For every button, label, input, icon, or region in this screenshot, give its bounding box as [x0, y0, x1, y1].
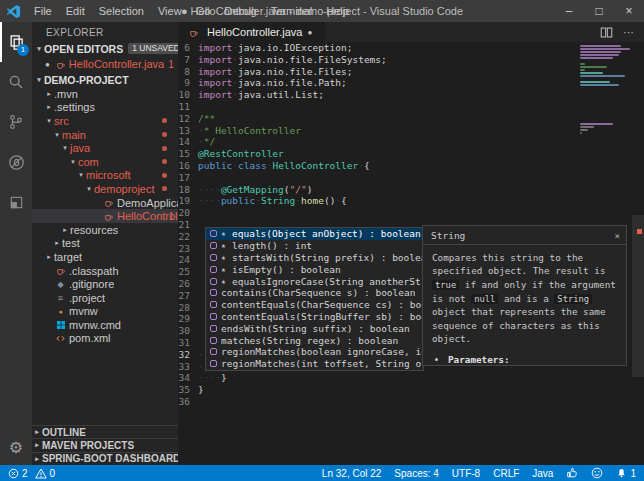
suggest-item-equals[interactable]: ★equals(Object anObject) : boolean	[206, 228, 423, 240]
open-editors-header[interactable]: ▾ OPEN EDITORS 1 UNSAVED	[32, 41, 178, 56]
split-editor-icon[interactable]	[600, 26, 613, 39]
feedback-smiley-icon[interactable]	[591, 467, 603, 479]
tree-item--mvn[interactable]: ▸.mvn	[32, 87, 178, 101]
open-editor-item[interactable]: ●HelloController.javasrc\...1	[32, 56, 178, 72]
minimap[interactable]	[580, 45, 636, 138]
vscode-logo-icon	[6, 4, 21, 19]
menu-debug[interactable]: Debug	[217, 5, 263, 17]
code-line-11[interactable]: 11	[178, 101, 644, 113]
warning-count: 0	[50, 468, 56, 479]
code-line-10[interactable]: 10import·java.util.List;	[178, 89, 644, 101]
code-line-36[interactable]: 36	[178, 396, 644, 408]
code-line-7[interactable]: 7import·java.nio.file.FileSystems;	[178, 54, 644, 66]
suggest-item-length[interactable]: ★length() : int	[206, 240, 423, 252]
panel-outline[interactable]: ▸OUTLINE	[32, 425, 178, 438]
menu-help[interactable]: Help	[319, 5, 356, 17]
suggest-item-matches[interactable]: matches(String regex) : boolean	[206, 334, 423, 346]
tree-item-resources[interactable]: ▸resources	[32, 223, 178, 237]
notifications-bell[interactable]: 1	[616, 467, 636, 479]
code-line-6[interactable]: 6import·java.io.IOException;	[178, 42, 644, 54]
status-java[interactable]: Java	[532, 468, 553, 479]
tree-item-mvnw[interactable]: ●mvnw	[32, 305, 178, 319]
editor-scrollbar[interactable]	[632, 215, 644, 377]
more-actions-button[interactable]: ···	[623, 26, 634, 38]
tree-item-target[interactable]: ▸target	[32, 250, 178, 264]
code-line-35[interactable]: 35}	[178, 384, 644, 396]
tree-item--project[interactable]: ≡.project	[32, 291, 178, 305]
status-crlf[interactable]: CRLF	[493, 468, 519, 479]
code-editor[interactable]: 6import·java.io.IOException;7import·java…	[178, 42, 644, 465]
project-header[interactable]: ▾ DEMO-PROJECT	[32, 72, 178, 87]
tree-item-microsoft[interactable]: ▾microsoft	[32, 169, 178, 183]
suggest-item-startsWith[interactable]: ★startsWith(String prefix) : boolean	[206, 252, 423, 264]
tree-item-pom-xml[interactable]: pom.xml	[32, 332, 178, 346]
code-line-13[interactable]: 13·* HelloController	[178, 125, 644, 137]
suggest-item-regionMatches[interactable]: regionMatches(int toffset, String other	[206, 358, 423, 370]
java-ready-thumbsup-icon[interactable]	[566, 467, 578, 479]
settings-gear-icon[interactable]: ⚙	[9, 438, 23, 457]
close-icon[interactable]: ×	[615, 231, 620, 241]
menu-go[interactable]: Go	[189, 5, 218, 17]
menu-edit[interactable]: Edit	[59, 5, 92, 17]
status-spaces[interactable]: Spaces: 4	[394, 468, 438, 479]
code-line-14[interactable]: 14·*/	[178, 136, 644, 148]
code-line-18[interactable]: 18····@GetMapping("/")	[178, 184, 644, 196]
problems-status[interactable]: 2 0	[8, 468, 55, 479]
code-line-17[interactable]: 17	[178, 172, 644, 184]
tree-item-com[interactable]: ▾com	[32, 155, 178, 169]
suggest-item-contains[interactable]: contains(CharSequence s) : boolean	[206, 287, 423, 299]
activity-source-control-icon[interactable]	[0, 102, 32, 142]
suggest-item-contentEquals[interactable]: contentEquals(StringBuffer sb) : boolea	[206, 311, 423, 323]
status-bar: 2 0 Ln 32, Col 22Spaces: 4UTF-8CRLFJava …	[0, 465, 644, 481]
tab-hellocontroller[interactable]: HelloController.java ●	[178, 22, 325, 42]
maximize-button[interactable]: □	[584, 0, 614, 22]
tree-item--classpath[interactable]: .classpath	[32, 264, 178, 278]
win-file-icon	[54, 321, 67, 329]
code-line-20[interactable]: 20	[178, 207, 644, 219]
code-line-34[interactable]: 34····}	[178, 372, 644, 384]
code-line-16[interactable]: 16public·class·HelloController·{	[178, 160, 644, 172]
menu-file[interactable]: File	[27, 5, 59, 17]
code-line-19[interactable]: 19····public·String·home()·{	[178, 195, 644, 207]
tree-item-label: main	[62, 129, 86, 141]
activity-search-icon[interactable]	[0, 62, 32, 102]
suggest-item-endsWith[interactable]: endsWith(String suffix) : boolean	[206, 322, 423, 334]
tree-item-main[interactable]: ▾main	[32, 128, 178, 142]
tree-item--gitignore[interactable]: ◆.gitignore	[32, 277, 178, 291]
tree-item-mvnw-cmd[interactable]: mvnw.cmd	[32, 318, 178, 332]
panel-spring-boot-dashboard[interactable]: ▸SPRING-BOOT DASHBOARD	[32, 452, 178, 465]
code-line-9[interactable]: 9import·java.nio.file.Path;	[178, 77, 644, 89]
suggest-item-isEmpty[interactable]: ★isEmpty() : boolean	[206, 263, 423, 275]
minimize-button[interactable]: –	[554, 0, 584, 22]
code-line-12[interactable]: 12/**	[178, 113, 644, 125]
tree-item-hellocontroller-[interactable]: HelloController...1	[32, 209, 178, 223]
tree-item-demoapplication-j-[interactable]: DemoApplication.j...	[32, 196, 178, 210]
line-number: 21	[178, 219, 198, 231]
status-utf-8[interactable]: UTF-8	[452, 468, 480, 479]
suggest-label: contains(CharSequence s) : boolean	[221, 287, 415, 298]
tree-item-demoproject[interactable]: ▾demoproject	[32, 182, 178, 196]
tree-item-java[interactable]: ▾java	[32, 141, 178, 155]
activity-extensions-icon[interactable]	[0, 182, 32, 222]
tree-item--settings[interactable]: ▸.settings	[32, 101, 178, 115]
status-ln-32-col-22[interactable]: Ln 32, Col 22	[322, 468, 382, 479]
tree-item-src[interactable]: ▾src	[32, 114, 178, 128]
close-button[interactable]: ×	[614, 0, 644, 22]
chevron-right-icon: ▸	[32, 455, 42, 463]
tree-item-test[interactable]: ▸test	[32, 237, 178, 251]
code-line-8[interactable]: 8import·java.nio.file.Files;	[178, 66, 644, 78]
code-line-15[interactable]: 15@RestController	[178, 148, 644, 160]
activity-explorer-icon[interactable]: 1	[0, 22, 32, 62]
suggest-item-regionMatches[interactable]: regionMatches(boolean ignoreCase, int t	[206, 346, 423, 358]
line-number: 13	[178, 125, 198, 137]
activity-debug-icon[interactable]	[0, 142, 32, 182]
menu-view[interactable]: View	[151, 5, 189, 17]
error-icon	[8, 468, 19, 479]
panel-maven-projects[interactable]: ▸MAVEN PROJECTS	[32, 438, 178, 451]
menu-terminal[interactable]: Terminal	[264, 5, 320, 17]
suggest-item-equalsIgnoreCase[interactable]: ★equalsIgnoreCase(String anotherStrin	[206, 275, 423, 287]
menu-selection[interactable]: Selection	[92, 5, 151, 17]
suggest-item-contentEquals[interactable]: contentEquals(CharSequence cs) : boolea	[206, 299, 423, 311]
line-number: 12	[178, 113, 198, 125]
chevron-down-icon: ▾	[34, 76, 44, 84]
